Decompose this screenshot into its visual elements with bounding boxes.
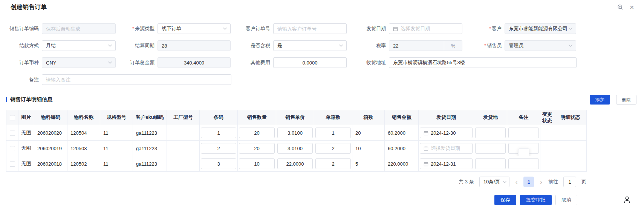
per-box-input[interactable]	[315, 143, 351, 154]
customer-order-no-input[interactable]	[273, 23, 347, 34]
currency-select[interactable]: CNY	[42, 57, 116, 68]
row-ship-date-picker[interactable]: 2024-12-31	[420, 158, 473, 169]
qty-input[interactable]	[239, 158, 275, 169]
row-checkbox[interactable]	[10, 161, 15, 167]
qty-input[interactable]	[239, 143, 275, 154]
order-code-input[interactable]	[42, 23, 116, 34]
barcode-input[interactable]	[201, 143, 236, 154]
calendar-icon	[424, 146, 428, 151]
tax-included-label: 是否含税	[236, 42, 273, 49]
payment-method-label: 结款方式	[5, 42, 42, 49]
page-size-select[interactable]: 10条/页	[479, 177, 509, 187]
select-all-header	[6, 110, 18, 125]
goto-label: 前往	[548, 178, 558, 185]
order-code-label: 销售订单编码	[5, 25, 42, 32]
required-icon: *	[484, 43, 486, 48]
column-header-ship-date: 发货日期	[419, 110, 474, 125]
cell-image: 无图	[18, 156, 34, 172]
column-header-amount: 销售金额	[385, 110, 419, 125]
per-box-input[interactable]	[315, 158, 351, 169]
cell-boxes: 10	[352, 141, 385, 156]
tax-included-select[interactable]: 是	[273, 40, 347, 51]
chevron-down-icon	[339, 44, 343, 47]
qty-input[interactable]	[239, 128, 275, 138]
barcode-input[interactable]	[201, 128, 236, 138]
field-ship-date: 发货日期 选择发货日期	[352, 23, 467, 34]
ship-place-input[interactable]	[475, 158, 506, 169]
form-row-3: 订单币种 CNY 订单总金额 其他费用 收货地址	[0, 57, 644, 68]
page-number-button[interactable]: 1	[523, 177, 534, 187]
total-amount-input[interactable]	[158, 57, 231, 68]
detail-table: 图片 物料编码 物料名称 规格型号 客户sku编码 工厂型号 条码 销售数量 销…	[6, 110, 587, 172]
source-type-select[interactable]: 线下订单	[158, 23, 231, 34]
cell-factory-model	[167, 125, 200, 141]
section-accent-bar	[6, 97, 7, 102]
footer-actions: 保存 提交审批 取消	[0, 195, 644, 205]
row-checkbox[interactable]	[10, 146, 15, 151]
per-box-input[interactable]	[315, 128, 351, 138]
unit-price-input[interactable]	[277, 158, 313, 169]
row-remark-input[interactable]	[508, 128, 539, 138]
customer-select[interactable]: 东莞市睿能新能源有限公司	[505, 23, 576, 34]
close-icon[interactable]: ✕	[629, 5, 634, 10]
row-checkbox[interactable]	[10, 131, 15, 136]
chevron-down-icon	[503, 181, 507, 183]
chevron-down-icon	[568, 44, 573, 47]
field-salesperson: *销售员 管理员	[467, 40, 583, 51]
tax-rate-input-group[interactable]: 22 %	[389, 40, 462, 51]
submit-approval-button[interactable]: 提交审批	[520, 195, 552, 205]
page-title: 创建销售订单	[11, 3, 47, 11]
cell-material-name: 120504	[67, 125, 100, 141]
cell-boxes: 5	[352, 156, 385, 172]
source-type-label: *来源类型	[120, 25, 158, 32]
detail-actions: 添加 删除	[590, 95, 636, 105]
column-header-spec: 规格型号	[100, 110, 133, 125]
unit-price-input[interactable]	[277, 143, 313, 154]
select-all-checkbox[interactable]	[10, 115, 15, 120]
field-source-type: *来源类型 线下订单	[120, 23, 236, 34]
row-remark-input[interactable]	[508, 158, 539, 169]
payment-method-select[interactable]: 月结	[42, 40, 116, 51]
settlement-cycle-input[interactable]	[158, 40, 231, 51]
salesperson-select[interactable]: 管理员	[505, 40, 576, 51]
cell-amount: 60.2000	[385, 125, 419, 141]
goto-page-input[interactable]	[563, 177, 576, 187]
cell-material-code: 206020019	[34, 141, 67, 156]
cell-factory-model	[167, 141, 200, 156]
delete-row-button[interactable]: 删除	[616, 95, 636, 105]
cancel-button[interactable]: 取消	[555, 195, 577, 205]
add-row-button[interactable]: 添加	[590, 95, 610, 105]
ship-date-picker[interactable]: 选择发货日期	[389, 23, 462, 34]
column-header-material-code: 物料编码	[34, 110, 67, 125]
ship-place-input[interactable]	[475, 143, 506, 154]
column-header-boxes: 箱数	[352, 110, 385, 125]
detail-section-title: 销售订单明细信息	[6, 96, 52, 103]
minimize-icon[interactable]: —	[606, 5, 611, 10]
cell-detail-status	[554, 141, 587, 156]
chevron-down-icon	[108, 44, 112, 47]
cell-material-name: 120502	[67, 156, 100, 172]
other-fees-input[interactable]	[273, 57, 347, 68]
barcode-input[interactable]	[201, 158, 236, 169]
zoom-in-icon[interactable]	[617, 4, 623, 11]
table-row: 无图 206020018 120502 11 ga111223 5 220.00…	[6, 156, 587, 172]
ship-date-label: 发货日期	[352, 25, 389, 32]
ship-place-input[interactable]	[475, 128, 506, 138]
cell-customer-sku: ga111223	[133, 125, 167, 141]
row-ship-date-picker[interactable]: 2024-12-30	[420, 128, 473, 138]
remark-input[interactable]	[42, 74, 231, 85]
prev-page-button[interactable]: ‹	[515, 179, 519, 185]
profile-icon[interactable]	[623, 195, 631, 205]
row-ship-date-picker[interactable]: 选择发货日期	[420, 143, 473, 154]
chevron-down-icon	[108, 61, 112, 64]
table-row: 无图 206020020 120504 11 ga111223 20 60.20…	[6, 125, 587, 141]
shipping-address-input[interactable]	[389, 57, 577, 68]
form-row-1: 销售订单编码 *来源类型 线下订单 客户订单号 发货日期 选择发货日期 *客户 …	[0, 23, 644, 34]
remark-label: 备注	[5, 76, 42, 83]
unit-price-input[interactable]	[277, 128, 313, 138]
next-page-button[interactable]: ›	[539, 179, 543, 185]
save-button[interactable]: 保存	[494, 195, 516, 205]
cell-material-code: 206020020	[34, 125, 67, 141]
field-tax-rate: 税率 22 %	[352, 40, 467, 51]
column-header-unit-price: 销售单价	[276, 110, 314, 125]
